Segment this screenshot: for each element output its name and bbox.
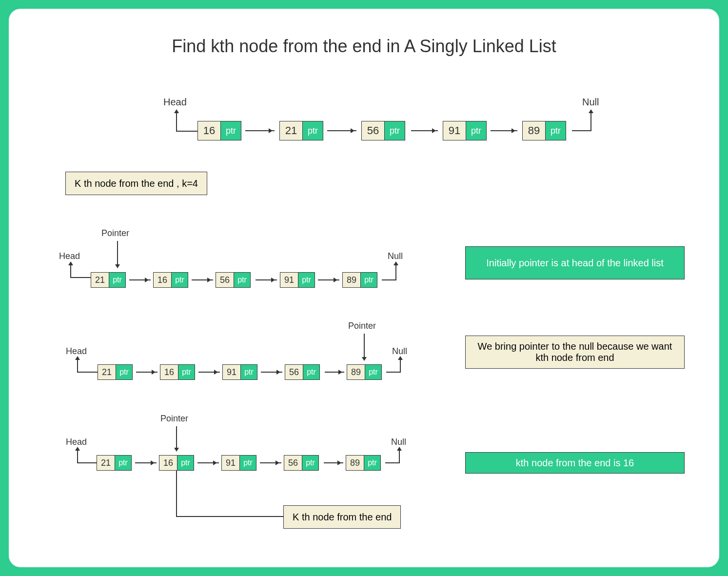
node-value: 16 [154,273,171,287]
node-value: 91 [280,273,298,287]
list-node: 21 ptr [98,364,133,380]
k-box: K th node from the end , k=4 [65,172,207,195]
line-icon [385,462,400,463]
node-ptr: ptr [240,365,257,379]
list-node: 91 ptr [443,121,487,140]
list-node: 56 ptr [216,272,251,288]
arrow-right-icon [324,462,343,463]
arrow-up-icon [395,263,396,280]
arrow-right-icon [198,372,220,373]
list-node: 56 ptr [285,364,320,380]
list-node: 91 ptr [221,455,256,471]
arrow-down-icon [364,334,365,359]
arrow-right-icon [192,279,213,280]
node-ptr: ptr [177,456,194,470]
step1-box: Initially pointer is at head of the link… [465,246,685,279]
node-value: 21 [91,273,109,287]
node-ptr: ptr [365,365,381,379]
list-node: 89 ptr [347,364,382,380]
arrow-right-icon [411,130,438,131]
arrow-right-icon [135,462,157,463]
node-ptr: ptr [545,121,566,140]
arrow-up-icon [77,358,78,372]
node-ptr: ptr [360,273,377,287]
list-node: 91 ptr [280,272,315,288]
line-icon [386,372,401,373]
node-value: 89 [523,121,545,140]
list-node: 89 ptr [346,455,381,471]
node-ptr: ptr [234,273,250,287]
node-ptr: ptr [384,121,405,140]
step1-text: Initially pointer is at head of the link… [486,258,664,269]
node-value: 16 [159,456,177,470]
node-value: 16 [198,121,220,140]
arrow-right-icon [245,130,275,131]
head-label: Head [163,97,187,108]
arrow-up-icon [176,111,177,131]
arrow-down-icon [176,426,177,450]
step3-box: kth node from the end is 16 [465,452,685,474]
node-value: 21 [280,121,302,140]
null-label: Null [582,97,599,108]
node-value: 89 [343,273,360,287]
pointer-label: Pointer [101,228,129,238]
node-value: 56 [284,456,302,470]
list-node: 21 ptr [97,455,132,471]
node-value: 91 [223,365,240,379]
node-value: 56 [216,273,234,287]
node-ptr: ptr [364,456,380,470]
result-text: K th node from the end [293,512,392,523]
list-node: 16 ptr [197,121,241,140]
result-box: K th node from the end [283,505,401,529]
arrow-right-icon [261,372,282,373]
line-icon [176,471,177,516]
list-node: 91 ptr [222,364,257,380]
list-node: 16 ptr [159,455,194,471]
arrow-right-icon [129,279,151,280]
list-node: 89 ptr [342,272,377,288]
arrow-up-icon [70,263,71,277]
arrow-up-icon [399,449,400,463]
node-value: 91 [222,456,239,470]
node-ptr: ptr [302,121,323,140]
node-ptr: ptr [466,121,486,140]
node-value: 56 [285,365,303,379]
arrow-right-icon [136,372,157,373]
node-value: 89 [346,456,364,470]
step2-box: We bring pointer to the null because we … [465,336,685,369]
arrow-right-icon [325,372,344,373]
line-icon [77,372,98,373]
arrow-right-icon [327,130,356,131]
node-ptr: ptr [116,365,132,379]
node-value: 21 [97,456,115,470]
list-node: 21 ptr [91,272,126,288]
pointer-label: Pointer [160,414,188,424]
arrow-right-icon [491,130,517,131]
arrow-down-icon [117,241,118,266]
line-icon [176,516,283,517]
list-node: 56 ptr [284,455,319,471]
diagram-canvas: Find kth node from the end in A Singly L… [9,9,719,567]
arrow-right-icon [260,462,281,463]
node-value: 16 [160,365,178,379]
step3-text: kth node from the end is 16 [516,457,634,469]
list-node: 89 ptr [522,121,566,140]
node-ptr: ptr [220,121,241,140]
line-icon [77,462,97,463]
pointer-label: Pointer [348,321,376,331]
line-icon [572,130,591,131]
node-value: 21 [98,365,116,379]
node-ptr: ptr [178,365,195,379]
node-value: 91 [443,121,466,140]
k-box-text: K th node from the end , k=4 [75,178,198,189]
arrow-up-icon [590,111,591,131]
arrow-up-icon [77,449,78,462]
node-ptr: ptr [302,456,318,470]
node-ptr: ptr [298,273,315,287]
list-node: 56 ptr [361,121,405,140]
node-ptr: ptr [115,456,131,470]
node-ptr: ptr [303,365,319,379]
node-ptr: ptr [239,456,256,470]
null-label: Null [392,346,407,357]
step2-text: We bring pointer to the null because we … [474,341,675,363]
